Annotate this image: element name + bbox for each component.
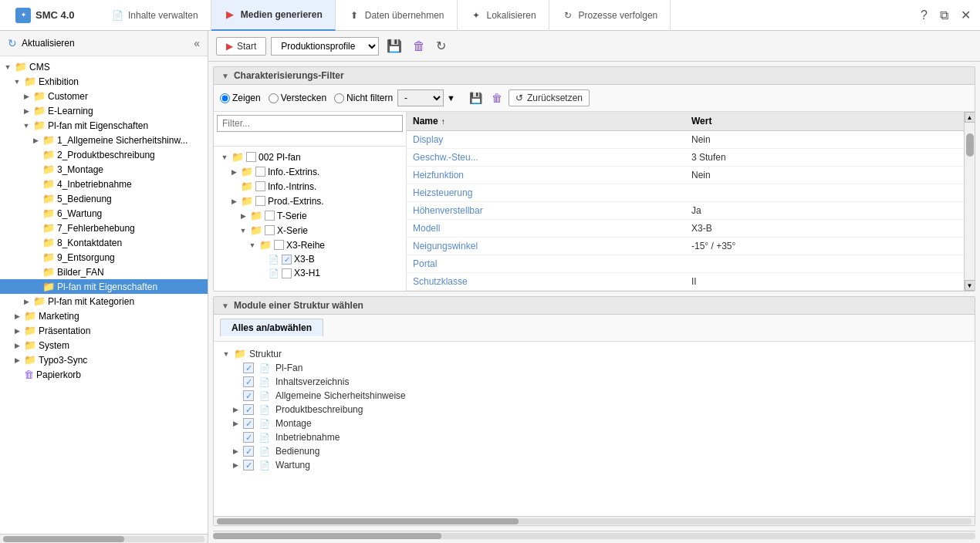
filter-tree-prod-extrins[interactable]: 📁 Prod.-Extrins. bbox=[217, 194, 403, 208]
mod-tree-montage[interactable]: ✓ 📄 Montage bbox=[218, 417, 970, 430]
sidebar-item-plfan-kat[interactable]: 📁 Pl-fan mit Kategorien bbox=[0, 294, 208, 309]
mod-bed-label: Bedienung bbox=[275, 446, 319, 457]
sidebar-item-praesentation[interactable]: 📁 Präsentation bbox=[0, 323, 208, 338]
sidebar-item-marketing[interactable]: 📁 Marketing bbox=[0, 309, 208, 323]
sidebar-item-bedienung[interactable]: 📁 5_Bedienung bbox=[0, 191, 208, 206]
mod-inb-file-icon: 📄 bbox=[259, 433, 270, 443]
sidebar-item-exhibition[interactable]: 📁 Exhibition bbox=[0, 74, 208, 89]
f-infoint-checkbox[interactable] bbox=[255, 181, 265, 191]
start-button[interactable]: ▶ Start bbox=[216, 37, 266, 56]
sidebar-item-typo3[interactable]: 📁 Typo3-Sync bbox=[0, 352, 208, 367]
mod-montage-checkbox[interactable]: ✓ bbox=[243, 418, 254, 429]
filter-tree-xserie[interactable]: 📁 X-Serie bbox=[217, 223, 403, 238]
vscroll-thumb[interactable] bbox=[966, 133, 974, 157]
filter-value-dropdown[interactable]: - bbox=[397, 89, 444, 106]
sidebar-item-bilder-fan[interactable]: 📁 Bilder_FAN bbox=[0, 265, 208, 279]
filter-tree-x3reihe[interactable]: 📁 X3-Reihe bbox=[217, 238, 403, 252]
tab-medien[interactable]: ▶ Medien generieren bbox=[211, 0, 336, 31]
sidebar-collapse-button[interactable]: « bbox=[194, 37, 200, 49]
mod-tree-plfan[interactable]: ✓ 📄 Pl-Fan bbox=[218, 361, 970, 375]
sidebar-item-montage[interactable]: 📁 3_Montage bbox=[0, 162, 208, 177]
filter-search-input[interactable] bbox=[217, 115, 403, 132]
mod-bed-checkbox[interactable]: ✓ bbox=[243, 446, 254, 457]
f-x3b-checkbox[interactable]: ✓ bbox=[282, 255, 292, 265]
radio-verstecken[interactable]: Verstecken bbox=[269, 93, 326, 103]
vscroll-down-btn[interactable]: ▼ bbox=[965, 280, 975, 291]
sidebar-item-inbetriebnahme[interactable]: 📁 4_Inbetriebnahme bbox=[0, 177, 208, 191]
sidebar-item-elearning[interactable]: 📁 E-Learning bbox=[0, 103, 208, 118]
mod-tree-inbetriebnahme[interactable]: ✓ 📄 Inbetriebnahme bbox=[218, 430, 970, 444]
f-002-checkbox[interactable] bbox=[246, 152, 256, 162]
filter-tree-info-extrins[interactable]: 📁 Info.-Extrins. bbox=[217, 164, 403, 179]
mod-tree-allgemeine[interactable]: ✓ 📄 Allgemeine Sicherheitshinweise bbox=[218, 389, 970, 403]
module-collapse-icon[interactable]: ▼ bbox=[221, 302, 229, 310]
sidebar-item-papierkorb[interactable]: 🗑 Papierkorb bbox=[0, 367, 208, 382]
mod-wart-checkbox[interactable]: ✓ bbox=[243, 460, 254, 470]
mod-tree-produktbeschreibung[interactable]: ✓ 📄 Produktbeschreibung bbox=[218, 403, 970, 417]
system-folder-icon: 📁 bbox=[24, 339, 36, 351]
sidebar-hscroll[interactable] bbox=[0, 534, 208, 543]
save-toolbar-button[interactable]: 💾 bbox=[384, 35, 405, 56]
f-infoext-checkbox[interactable] bbox=[255, 167, 265, 177]
tab-lokalisieren[interactable]: ✦ Lokalisieren bbox=[458, 0, 549, 31]
mod-inhalts-checkbox[interactable]: ✓ bbox=[243, 376, 254, 387]
module-panel-header: ▼ Module einer Struktur wählen bbox=[214, 297, 975, 315]
f-x3reihe-checkbox[interactable] bbox=[274, 240, 284, 250]
filter-tree-info-intrins[interactable]: 📁 Info.-Intrins. bbox=[217, 179, 403, 194]
tab-prozesse[interactable]: ↻ Prozesse verfolgen bbox=[549, 0, 671, 31]
mod-tree-bedienung[interactable]: ✓ 📄 Bedienung bbox=[218, 444, 970, 458]
sidebar-item-fehlerbehebung[interactable]: 📁 7_Fehlerbehebung bbox=[0, 221, 208, 235]
filter-tree-002plfan[interactable]: 📁 002 Pl-fan bbox=[217, 150, 403, 164]
tab-daten[interactable]: ⬆ Daten übernehmen bbox=[336, 0, 458, 31]
dropdown-chevron-icon[interactable]: ▼ bbox=[447, 93, 455, 103]
sidebar-item-produktbeschreibung[interactable]: 📁 2_Produktbeschreibung bbox=[0, 147, 208, 162]
sidebar-item-wartung[interactable]: 📁 6_Wartung bbox=[0, 206, 208, 221]
filter-tree-x3h1[interactable]: 📄 X3-H1 bbox=[217, 266, 403, 280]
module-toolbar: Alles an/abwählen bbox=[214, 315, 975, 342]
papierkorb-icon: 🗑 bbox=[24, 369, 34, 380]
zurucksetzen-button[interactable]: ↺ Zurücksetzen bbox=[509, 89, 590, 106]
mod-tree-struktur[interactable]: 📁 Struktur bbox=[218, 346, 970, 361]
sidebar-item-kontaktdaten[interactable]: 📁 8_Kontaktdaten bbox=[0, 235, 208, 250]
f-prodext-checkbox[interactable] bbox=[255, 196, 265, 206]
f-tserie-checkbox[interactable] bbox=[265, 211, 275, 221]
filter-delete-button[interactable]: 🗑 bbox=[488, 89, 505, 107]
sidebar-item-system[interactable]: 📁 System bbox=[0, 338, 208, 352]
mod-allg-checkbox[interactable]: ✓ bbox=[243, 390, 254, 401]
filter-tree-x3b[interactable]: 📄 ✓ X3-B bbox=[217, 252, 403, 266]
content-hscroll[interactable] bbox=[213, 531, 975, 540]
sidebar-item-plfan-eigen-selected[interactable]: 📁 Pl-fan mit Eigenschaften bbox=[0, 279, 208, 294]
f-xserie-checkbox[interactable] bbox=[265, 225, 275, 235]
mod-allg-label: Allgemeine Sicherheitshinweise bbox=[275, 390, 406, 401]
sidebar-item-cms[interactable]: 📁 CMS bbox=[0, 59, 208, 74]
sidebar-item-entsorgung[interactable]: 📁 9_Entsorgung bbox=[0, 250, 208, 265]
filter-table-vscroll[interactable]: ▲ ▼ bbox=[964, 112, 975, 291]
sidebar-item-customer[interactable]: 📁 Customer bbox=[0, 89, 208, 103]
refresh-toolbar-button[interactable]: ↻ bbox=[433, 35, 449, 56]
alles-anabwaehlen-tab[interactable]: Alles an/abwählen bbox=[220, 319, 323, 337]
close-button[interactable]: ✕ bbox=[958, 5, 974, 25]
profile-dropdown[interactable]: Produktionsprofile bbox=[271, 37, 379, 56]
f-x3h1-checkbox[interactable] bbox=[282, 268, 292, 278]
radio-zeigen[interactable]: Zeigen bbox=[220, 93, 261, 103]
mod-tree-inhaltsverzeichnis[interactable]: ✓ 📄 Inhaltsverzeichnis bbox=[218, 375, 970, 389]
filter-tree-tserie[interactable]: 📁 T-Serie bbox=[217, 208, 403, 223]
tab-inhalte[interactable]: 📄 Inhalte verwalten bbox=[99, 0, 211, 31]
mod-plfan-checkbox[interactable]: ✓ bbox=[243, 363, 254, 373]
mod-tree-wartung[interactable]: ✓ 📄 Wartung bbox=[218, 458, 970, 472]
filter-col-name: Name ↑ bbox=[407, 114, 685, 128]
sidebar-item-plfan-eigen[interactable]: 📁 Pl-fan mit Eigenschaften bbox=[0, 118, 208, 133]
module-hscroll[interactable] bbox=[214, 516, 975, 525]
exhibition-arrow bbox=[12, 77, 22, 86]
help-button[interactable]: ? bbox=[917, 5, 931, 25]
delete-toolbar-button[interactable]: 🗑 bbox=[410, 36, 428, 56]
radio-nicht-filtern[interactable]: Nicht filtern bbox=[334, 93, 393, 103]
restore-button[interactable]: ⧉ bbox=[937, 5, 951, 25]
mod-inb-checkbox[interactable]: ✓ bbox=[243, 432, 254, 443]
vscroll-up-btn[interactable]: ▲ bbox=[965, 112, 975, 123]
mod-prod-checkbox[interactable]: ✓ bbox=[243, 404, 254, 415]
sidebar-item-allgemeine[interactable]: 📁 1_Allgemeine Sicherheitshinw... bbox=[0, 133, 208, 147]
filter-collapse-icon[interactable]: ▼ bbox=[221, 72, 229, 80]
filter-save-button[interactable]: 💾 bbox=[466, 89, 485, 107]
filter-toolbar: Zeigen Verstecken Nicht filtern - bbox=[214, 85, 975, 112]
